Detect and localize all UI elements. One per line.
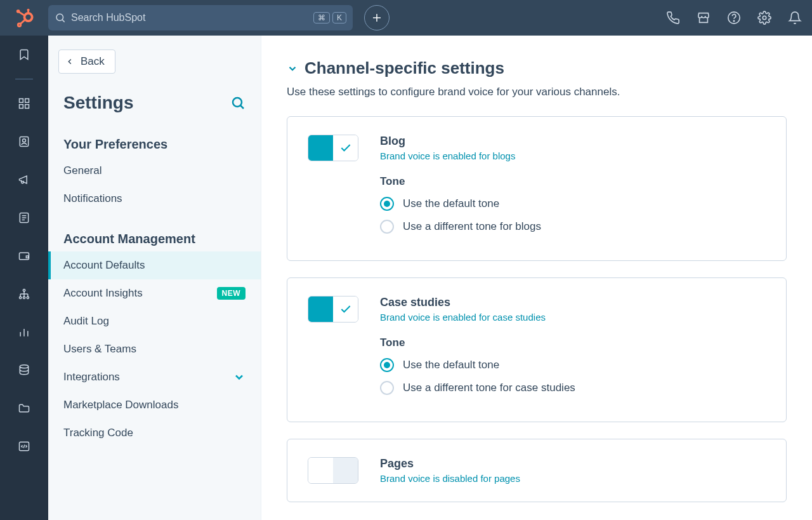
settings-icon[interactable]: [757, 11, 771, 25]
svg-point-7: [56, 14, 63, 21]
nav-general[interactable]: General: [48, 157, 261, 185]
svg-point-19: [23, 139, 26, 142]
card-subtitle: Brand voice is disabled for pages: [380, 473, 766, 484]
hubspot-logo-icon[interactable]: [15, 8, 34, 27]
section-your-preferences: Your Preferences: [48, 118, 261, 157]
svg-point-26: [20, 297, 22, 298]
new-badge: NEW: [217, 287, 246, 300]
folder-icon[interactable]: [16, 401, 32, 416]
card-subtitle: Brand voice is enabled for case studies: [380, 312, 766, 323]
nav-marketplace-downloads[interactable]: Marketplace Downloads: [48, 391, 261, 419]
section-account-management: Account Management: [48, 213, 261, 251]
toggle-pages[interactable]: [308, 457, 358, 484]
phone-icon[interactable]: [666, 11, 680, 25]
svg-point-25: [23, 290, 25, 291]
page-title: Settings: [63, 93, 133, 113]
document-icon[interactable]: [16, 210, 32, 225]
reports-icon[interactable]: [16, 324, 32, 340]
nav-account-defaults[interactable]: Account Defaults: [48, 251, 261, 279]
search-icon: [55, 12, 66, 23]
card-title: Case studies: [380, 296, 766, 309]
card-subtitle: Brand voice is enabled for blogs: [380, 150, 766, 161]
nav-users-teams[interactable]: Users & Teams: [48, 335, 261, 363]
toggle-case-studies[interactable]: [308, 296, 358, 323]
check-icon: [339, 303, 352, 316]
svg-point-3: [18, 23, 21, 27]
code-icon[interactable]: [16, 439, 32, 454]
grid-icon[interactable]: [16, 96, 32, 111]
svg-line-6: [20, 20, 25, 24]
separator: [15, 79, 33, 79]
radio-different-tone[interactable]: Use a different tone for blogs: [380, 220, 766, 234]
nav-integrations[interactable]: Integrations: [48, 363, 261, 391]
search-input[interactable]: Search HubSpot ⌘K: [48, 5, 353, 30]
nav-notifications[interactable]: Notifications: [48, 185, 261, 213]
svg-line-8: [62, 20, 64, 22]
nav-audit-log[interactable]: Audit Log: [48, 307, 261, 335]
svg-line-34: [23, 445, 25, 448]
card-title: Blog: [380, 135, 766, 148]
channel-card-blog: Blog Brand voice is enabled for blogs To…: [287, 116, 787, 261]
radio-icon: [380, 358, 394, 372]
marketplace-icon[interactable]: [697, 11, 710, 25]
search-placeholder: Search HubSpot: [71, 12, 313, 23]
channel-card-pages: Pages Brand voice is disabled for pages: [287, 439, 787, 502]
channel-card-case-studies: Case studies Brand voice is enabled for …: [287, 277, 787, 422]
svg-point-28: [27, 297, 29, 298]
nav-account-insights[interactable]: Account Insights NEW: [48, 279, 261, 307]
svg-rect-15: [25, 99, 29, 103]
notifications-icon[interactable]: [788, 11, 802, 25]
megaphone-icon[interactable]: [16, 172, 32, 187]
radio-default-tone[interactable]: Use the default tone: [380, 358, 766, 372]
collapse-icon[interactable]: [287, 63, 298, 74]
radio-icon: [380, 220, 394, 234]
svg-line-36: [241, 106, 244, 109]
database-icon[interactable]: [16, 363, 32, 378]
svg-point-12: [733, 20, 734, 21]
create-button[interactable]: [364, 5, 390, 30]
help-icon[interactable]: [727, 11, 741, 25]
nav-tracking-code[interactable]: Tracking Code: [48, 419, 261, 447]
svg-point-27: [23, 297, 25, 298]
search-settings-icon[interactable]: [230, 95, 246, 110]
svg-rect-18: [20, 137, 28, 147]
section-description: Use these settings to configure brand vo…: [287, 86, 787, 98]
card-title: Pages: [380, 457, 766, 470]
contacts-icon[interactable]: [16, 134, 32, 149]
tone-heading: Tone: [380, 337, 766, 349]
svg-point-32: [20, 365, 28, 368]
plus-icon: [371, 12, 383, 23]
back-button[interactable]: Back: [58, 50, 115, 74]
sitemap-icon[interactable]: [16, 286, 32, 302]
section-heading: Channel-specific settings: [304, 58, 504, 78]
chevron-down-icon: [233, 371, 246, 383]
svg-rect-17: [25, 105, 29, 109]
keyboard-shortcut: ⌘K: [313, 12, 346, 23]
svg-rect-16: [20, 105, 23, 109]
chevron-left-icon: [65, 57, 74, 66]
svg-rect-14: [20, 99, 23, 103]
radio-default-tone[interactable]: Use the default tone: [380, 197, 766, 211]
bookmark-icon[interactable]: [16, 47, 32, 62]
wallet-icon[interactable]: [16, 248, 32, 263]
toggle-blog[interactable]: [308, 135, 358, 161]
tone-heading: Tone: [380, 175, 766, 188]
svg-line-4: [19, 12, 25, 17]
check-icon: [339, 142, 352, 154]
svg-point-13: [763, 16, 766, 20]
svg-point-35: [233, 98, 242, 107]
radio-different-tone[interactable]: Use a different tone for case studies: [380, 381, 766, 395]
radio-icon: [380, 381, 394, 395]
radio-icon: [380, 197, 394, 211]
